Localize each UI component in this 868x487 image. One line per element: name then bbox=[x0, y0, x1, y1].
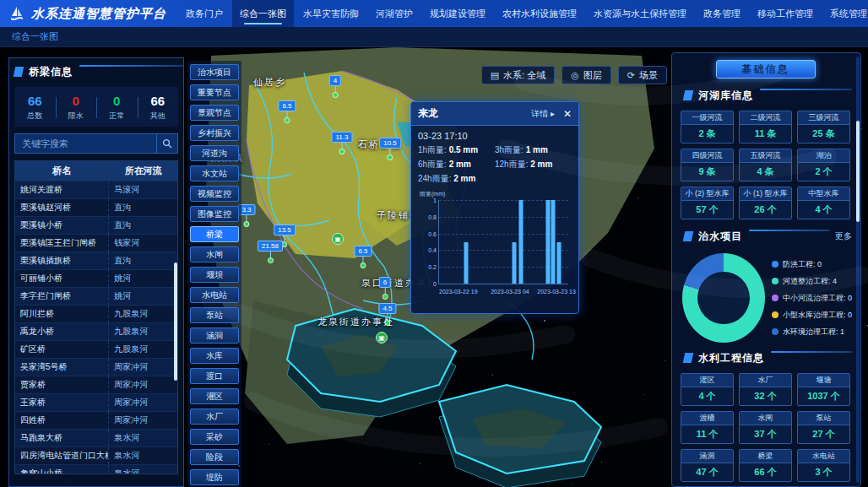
map-control-icon: ◎ bbox=[571, 71, 579, 80]
layer-menu-item[interactable]: 水文站 bbox=[190, 165, 239, 181]
table-row[interactable]: 李字拦门闸桥 姚河 bbox=[15, 288, 177, 306]
table-row[interactable]: 禹龙小桥 九股泉河 bbox=[15, 323, 177, 341]
camera-marker-icon[interactable]: ▣ bbox=[332, 233, 344, 245]
close-icon[interactable]: ✕ bbox=[563, 108, 572, 120]
stat-card[interactable]: 灌区 4 个 bbox=[681, 373, 734, 406]
table-row[interactable]: 栗溪镇插旗桥 直沟 bbox=[15, 252, 177, 270]
camera-marker-icon[interactable]: ▣ bbox=[376, 332, 388, 344]
stat-card[interactable]: 四级河流 9 条 bbox=[681, 149, 734, 181]
nav-item[interactable]: 系统管理 bbox=[822, 0, 868, 27]
stat-card[interactable]: 一级河流 2 条 bbox=[681, 111, 734, 143]
stat-card[interactable]: 堰塘 1037 个 bbox=[797, 373, 850, 406]
layer-menu-item[interactable]: 治水项目 bbox=[190, 64, 239, 80]
search-button[interactable] bbox=[156, 133, 178, 154]
station-marker[interactable]: 6.5 bbox=[354, 241, 372, 268]
marker-dot-icon bbox=[268, 257, 274, 263]
table-row[interactable]: 矿区桥 九股泉河 bbox=[15, 341, 177, 359]
stat-card[interactable]: 小 (2) 型水库 57 个 bbox=[681, 187, 734, 219]
layer-menu-item[interactable]: 堤防 bbox=[190, 469, 239, 485]
stat-card[interactable]: 桥梁 66 个 bbox=[739, 449, 792, 482]
layer-menu-item[interactable]: 险段 bbox=[190, 449, 239, 465]
layer-menu-item[interactable]: 采砂 bbox=[190, 429, 239, 445]
station-marker[interactable]: 21.58 bbox=[258, 236, 283, 263]
layer-menu-item[interactable]: 灌区 bbox=[190, 388, 239, 404]
nav-item[interactable]: 水资源与水土保持管理 bbox=[586, 0, 694, 27]
nav-item[interactable]: 综合一张图 bbox=[232, 0, 294, 27]
layer-menu-item[interactable]: 涵洞 bbox=[190, 327, 239, 344]
nav-item[interactable]: 水旱灾害防御 bbox=[296, 0, 366, 27]
table-row[interactable]: 栗溪镇赵河桥 直沟 bbox=[15, 199, 177, 217]
search-input[interactable] bbox=[14, 133, 156, 154]
layer-menu-item[interactable]: 乡村振兴 bbox=[190, 125, 239, 141]
nav-item[interactable]: 河湖管护 bbox=[368, 0, 420, 27]
stat-card[interactable]: 三级河流 25 条 bbox=[797, 111, 850, 143]
panel-scrollbar-thumb[interactable] bbox=[856, 121, 860, 222]
table-row[interactable]: 象窝山小桥 泉水河 bbox=[15, 465, 177, 474]
bridge-stat: 0 限水 bbox=[56, 94, 97, 122]
table-row[interactable]: 栗溪镇小桥 直沟 bbox=[15, 217, 177, 235]
layer-menu-item[interactable]: 水电站 bbox=[190, 287, 239, 303]
bridge-panel-header: 桥梁信息 bbox=[9, 62, 183, 82]
table-row[interactable]: 栗溪镇匡王拦门闸桥 钱家河 bbox=[15, 235, 177, 252]
table-row[interactable]: 马跑泉大桥 泉水河 bbox=[15, 430, 177, 447]
breadcrumb-current[interactable]: 综合一张图 bbox=[12, 30, 58, 43]
stat-card[interactable]: 湖泊 2 个 bbox=[797, 149, 850, 181]
layer-menu-item[interactable]: 水闸 bbox=[190, 246, 239, 262]
station-marker[interactable]: 11.3 bbox=[332, 127, 353, 154]
table-row[interactable]: 贾家桥 周家冲河 bbox=[15, 376, 177, 394]
table-row[interactable]: 吴家湾5号桥 周家冲河 bbox=[15, 359, 177, 376]
station-marker[interactable]: 4.5 bbox=[378, 299, 396, 326]
stat-card[interactable]: 渡槽 11 个 bbox=[681, 411, 734, 444]
marker-value: 6.5 bbox=[278, 100, 296, 111]
layer-menu-item[interactable]: 渡口 bbox=[190, 368, 239, 384]
table-row[interactable]: 姚河关渡桥 马滚河 bbox=[15, 181, 177, 199]
table-row[interactable]: 王家桥 周家冲河 bbox=[15, 394, 177, 412]
nav-item[interactable]: 政务门户 bbox=[178, 0, 231, 27]
donut-chart bbox=[682, 253, 765, 343]
layer-menu-item[interactable]: 视频监控 bbox=[190, 186, 239, 202]
layer-menu-item[interactable]: 桥梁 bbox=[190, 226, 239, 242]
marker-value: 6 bbox=[379, 277, 391, 288]
station-marker[interactable]: 10.5 bbox=[379, 133, 401, 160]
popup-details-link[interactable]: 详情 ▸ bbox=[531, 108, 555, 120]
layer-menu-item[interactable]: 水库 bbox=[190, 348, 239, 364]
station-marker[interactable]: 6.5 bbox=[278, 96, 296, 123]
stat-card[interactable]: 水电站 3 个 bbox=[797, 449, 850, 482]
nav-item[interactable]: 政务管理 bbox=[696, 0, 748, 27]
stat-card[interactable]: 中型水库 4 个 bbox=[797, 187, 850, 219]
stat-card[interactable]: 二级河流 11 条 bbox=[739, 111, 792, 143]
layer-menu-item[interactable]: 堰坝 bbox=[190, 267, 239, 283]
stat-card[interactable]: 小 (1) 型水库 26 个 bbox=[739, 187, 792, 219]
stat-card[interactable]: 水厂 32 个 bbox=[739, 373, 792, 406]
nav-item[interactable]: 规划建设管理 bbox=[422, 0, 493, 27]
layer-menu-item[interactable]: 图像监控 bbox=[190, 206, 239, 222]
stat-card[interactable]: 五级河流 4 条 bbox=[739, 149, 792, 181]
layer-menu-item[interactable]: 河道沟 bbox=[190, 145, 239, 161]
table-row[interactable]: 阿川拦桥 九股泉河 bbox=[15, 306, 177, 323]
table-row[interactable]: 四房湾电站管道门口大桥 泉水河 bbox=[15, 447, 177, 465]
table-scrollbar[interactable] bbox=[174, 262, 177, 381]
rainfall-bar-chart: 雨量(mm) 10.80.60.40.202023-03-22 192023-0… bbox=[418, 190, 572, 298]
table-row[interactable]: 四姓桥 周家冲河 bbox=[15, 412, 177, 430]
map-control-button[interactable]: ⟳ 场景 bbox=[618, 66, 667, 84]
layer-menu-item[interactable]: 景观节点 bbox=[190, 105, 239, 121]
nav-item[interactable]: 移动工作管理 bbox=[750, 0, 821, 27]
layer-menu-item[interactable]: 水厂 bbox=[190, 409, 239, 425]
stat-card[interactable]: 涵洞 47 个 bbox=[681, 449, 734, 482]
map-control-button[interactable]: ▤ 水系: 全域 bbox=[481, 66, 556, 84]
more-link[interactable]: 更多 bbox=[835, 230, 852, 242]
layer-menu-item[interactable]: 重要节点 bbox=[190, 84, 239, 100]
basic-info-tab[interactable]: 基础信息 bbox=[716, 60, 816, 78]
station-marker[interactable]: 4 bbox=[329, 71, 341, 98]
marker-dot-icon bbox=[332, 92, 338, 98]
popup-title: 来龙 bbox=[418, 106, 531, 121]
layer-menu-item[interactable]: 泵站 bbox=[190, 307, 239, 323]
nav-item[interactable]: 农村水利设施管理 bbox=[495, 0, 584, 27]
stat-card[interactable]: 水闸 37 个 bbox=[739, 411, 792, 444]
table-row[interactable]: 可丽铺小桥 姚河 bbox=[15, 270, 177, 288]
map-control-button[interactable]: ◎ 图层 bbox=[561, 66, 611, 84]
rain-bar bbox=[556, 242, 561, 284]
station-marker[interactable]: 6 bbox=[379, 273, 391, 300]
app-screen: 水系连通智慧管护平台 政务门户综合一张图水旱灾害防御河湖管护规划建设管理农村水利… bbox=[0, 0, 868, 487]
stat-card[interactable]: 泵站 27 个 bbox=[797, 411, 850, 444]
